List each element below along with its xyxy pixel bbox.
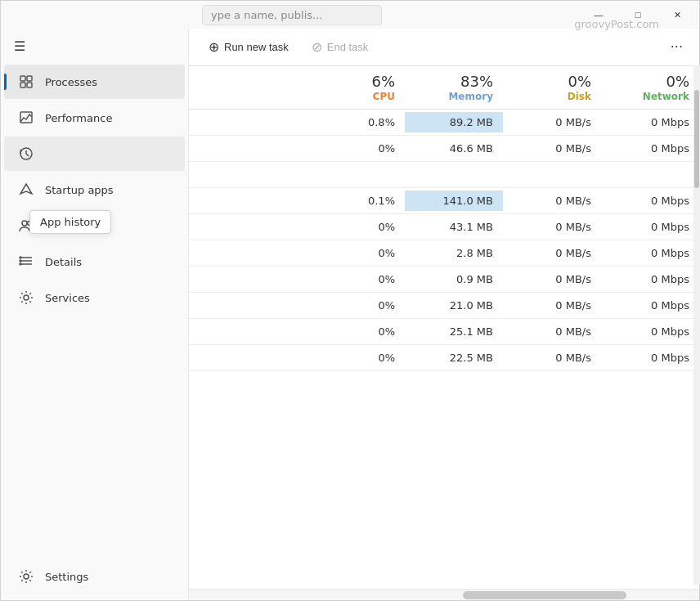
sidebar: ☰ Processes bbox=[1, 29, 189, 600]
close-button[interactable]: ✕ bbox=[658, 1, 696, 29]
sidebar-item-settings[interactable]: Settings bbox=[4, 559, 185, 594]
cell-memory: 22.5 MB bbox=[405, 348, 503, 368]
cell-disk: 0 MB/s bbox=[503, 191, 601, 211]
settings-label: Settings bbox=[45, 571, 88, 583]
cell-cpu: 0% bbox=[307, 138, 405, 159]
cell-disk: 0 MB/s bbox=[503, 217, 601, 237]
window-controls: — □ ✕ bbox=[580, 1, 696, 29]
startup-apps-label: Startup apps bbox=[45, 184, 114, 196]
svg-rect-1 bbox=[27, 76, 32, 81]
table-row[interactable]: 0.8% 89.2 MB 0 MB/s 0 Mbps bbox=[189, 110, 699, 136]
table-row[interactable]: 0% 43.1 MB 0 MB/s 0 Mbps bbox=[189, 214, 699, 240]
cell-cpu bbox=[307, 170, 405, 178]
cell-disk: 0 MB/s bbox=[503, 269, 601, 289]
cell-cpu: 0.1% bbox=[307, 191, 405, 211]
performance-icon bbox=[17, 109, 35, 127]
sidebar-item-startup-apps[interactable]: Startup apps bbox=[4, 173, 185, 207]
table-row[interactable]: 0% 25.1 MB 0 MB/s 0 Mbps bbox=[189, 319, 699, 345]
table-row[interactable]: 0.1% 141.0 MB 0 MB/s 0 Mbps bbox=[189, 188, 699, 214]
vertical-scrollbar-track bbox=[693, 65, 699, 585]
services-label: Services bbox=[45, 292, 90, 304]
cell-memory: 141.0 MB bbox=[405, 191, 503, 211]
cell-network: 0 Mbps bbox=[601, 269, 699, 289]
run-new-task-label: Run new task bbox=[224, 41, 289, 53]
cell-network: 0 Mbps bbox=[601, 191, 699, 211]
cell-name bbox=[189, 196, 307, 204]
svg-rect-3 bbox=[27, 83, 32, 87]
cell-disk: 0 MB/s bbox=[503, 112, 601, 132]
table-row[interactable]: 0% 22.5 MB 0 MB/s 0 Mbps bbox=[189, 345, 699, 371]
details-icon bbox=[17, 253, 35, 271]
network-label: Network bbox=[643, 91, 689, 102]
cpu-label: CPU bbox=[373, 91, 395, 102]
table-row[interactable]: 0% 0.9 MB 0 MB/s 0 Mbps bbox=[189, 267, 699, 293]
col-network[interactable]: 0% Network bbox=[601, 66, 699, 109]
svg-point-6 bbox=[22, 221, 27, 226]
cell-name bbox=[189, 170, 307, 178]
horizontal-scrollbar[interactable] bbox=[189, 589, 699, 600]
vertical-scrollbar-thumb[interactable] bbox=[694, 90, 699, 188]
table-row[interactable]: 0% 46.6 MB 0 MB/s 0 Mbps bbox=[189, 136, 699, 162]
run-new-task-button[interactable]: ⊕ Run new task bbox=[199, 35, 298, 59]
svg-point-14 bbox=[24, 295, 29, 300]
cell-name bbox=[189, 249, 307, 257]
table-row[interactable]: 0% 21.0 MB 0 MB/s 0 Mbps bbox=[189, 293, 699, 319]
cell-network: 0 Mbps bbox=[601, 112, 699, 132]
cell-cpu: 0.8% bbox=[307, 112, 405, 132]
right-panel: ⊕ Run new task ⊘ End task ··· 6% CPU 83% bbox=[189, 29, 699, 600]
maximize-button[interactable]: □ bbox=[619, 1, 657, 29]
title-bar: ype a name, publis... groovyPost.com — □… bbox=[1, 1, 699, 29]
sidebar-item-performance[interactable]: Performance bbox=[4, 101, 185, 135]
cell-network bbox=[601, 170, 699, 178]
svg-rect-0 bbox=[20, 76, 25, 81]
cell-name bbox=[189, 301, 307, 309]
table-header: 6% CPU 83% Memory 0% Disk 0% Network bbox=[189, 66, 699, 110]
cell-name bbox=[189, 275, 307, 283]
app-history-tooltip: App history bbox=[29, 210, 111, 234]
cell-name bbox=[189, 327, 307, 335]
task-manager-window: ype a name, publis... groovyPost.com — □… bbox=[0, 0, 700, 601]
run-task-icon: ⊕ bbox=[209, 39, 219, 55]
svg-point-11 bbox=[20, 257, 21, 258]
table-body: 0.8% 89.2 MB 0 MB/s 0 Mbps 0% 46.6 MB 0 … bbox=[189, 110, 699, 589]
end-task-button[interactable]: ⊘ End task bbox=[302, 35, 379, 59]
cell-network: 0 Mbps bbox=[601, 138, 699, 159]
cell-network: 0 Mbps bbox=[601, 217, 699, 237]
details-label: Details bbox=[45, 256, 82, 268]
cell-network: 0 Mbps bbox=[601, 243, 699, 263]
hamburger-menu[interactable]: ☰ bbox=[1, 29, 188, 64]
processes-label: Processes bbox=[45, 76, 97, 88]
cell-disk: 0 MB/s bbox=[503, 321, 601, 342]
more-options-button[interactable]: ··· bbox=[664, 35, 689, 59]
sidebar-item-app-history[interactable]: App history bbox=[4, 137, 185, 171]
search-box[interactable]: ype a name, publis... bbox=[202, 5, 382, 25]
col-cpu[interactable]: 6% CPU bbox=[307, 66, 405, 109]
cell-network: 0 Mbps bbox=[601, 295, 699, 316]
svg-rect-2 bbox=[20, 83, 25, 87]
svg-point-12 bbox=[20, 260, 21, 262]
col-disk[interactable]: 0% Disk bbox=[503, 66, 601, 109]
end-task-icon: ⊘ bbox=[312, 39, 322, 55]
cell-memory: 0.9 MB bbox=[405, 269, 503, 289]
cell-memory: 46.6 MB bbox=[405, 138, 503, 159]
svg-point-15 bbox=[24, 574, 29, 579]
cell-name bbox=[189, 353, 307, 361]
sidebar-item-services[interactable]: Services bbox=[4, 280, 185, 315]
table-row[interactable]: 0% 2.8 MB 0 MB/s 0 Mbps bbox=[189, 240, 699, 267]
cell-disk: 0 MB/s bbox=[503, 295, 601, 316]
disk-label: Disk bbox=[568, 91, 591, 102]
svg-rect-4 bbox=[20, 112, 32, 123]
col-memory[interactable]: 83% Memory bbox=[405, 66, 503, 109]
sidebar-item-details[interactable]: Details bbox=[4, 244, 185, 279]
minimize-button[interactable]: — bbox=[580, 1, 617, 29]
cell-cpu: 0% bbox=[307, 217, 405, 237]
settings-icon bbox=[17, 567, 35, 585]
col-name[interactable] bbox=[189, 66, 307, 109]
table-row[interactable] bbox=[189, 162, 699, 188]
cell-memory: 2.8 MB bbox=[405, 243, 503, 263]
app-history-icon bbox=[17, 145, 35, 163]
sidebar-item-processes[interactable]: Processes bbox=[4, 65, 185, 99]
cell-memory: 21.0 MB bbox=[405, 295, 503, 316]
main-content: ☰ Processes bbox=[1, 29, 699, 600]
h-scrollbar-thumb[interactable] bbox=[463, 591, 626, 599]
